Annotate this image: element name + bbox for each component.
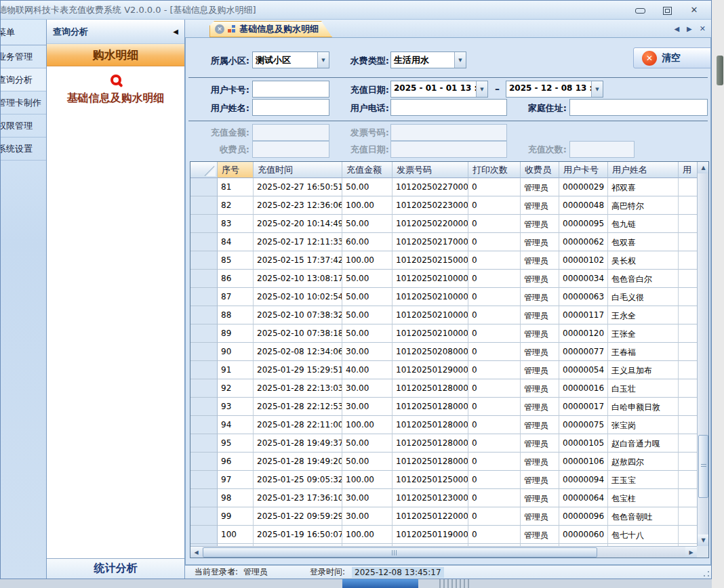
- row-selector[interactable]: [190, 434, 218, 453]
- table-row[interactable]: 842025-02-17 12:11:3360.0010120250217000…: [190, 233, 698, 251]
- taskbar-item[interactable]: [342, 579, 418, 588]
- table-cell: 00000034: [559, 270, 608, 288]
- nav-item-basic-info[interactable]: 基础信息及购水明细: [47, 72, 184, 106]
- table-cell: 10120250210000003: [393, 288, 468, 306]
- table-cell: 管理员: [521, 343, 559, 361]
- scroll-right-icon[interactable]: ▶: [685, 547, 697, 558]
- table-row[interactable]: 952025-01-28 19:49:3750.0010120250128000…: [190, 434, 698, 453]
- collapse-left-triangle-icon[interactable]: ◀: [173, 28, 178, 35]
- clear-button[interactable]: ✕ 清空: [633, 47, 711, 68]
- user-name-input[interactable]: [252, 99, 329, 116]
- sidebar-item-card-making[interactable]: 管理卡制作: [1, 91, 46, 114]
- table-row[interactable]: 932025-01-28 22:12:5330.0010120250128000…: [190, 398, 698, 416]
- sidebar-item-query-analysis[interactable]: 查询分析: [1, 68, 46, 91]
- dropdown-arrow-icon[interactable]: ▼: [317, 52, 329, 68]
- table-row[interactable]: 832025-02-20 10:14:4950.0010120250220000…: [190, 215, 698, 233]
- table-row[interactable]: 892025-02-10 07:38:1850.0010120250210000…: [190, 324, 698, 343]
- table-row[interactable]: 862025-02-10 13:08:1750.0010120250210000…: [190, 270, 698, 288]
- table-cell: 管理员: [521, 526, 559, 544]
- row-selector[interactable]: [190, 416, 218, 434]
- row-selector[interactable]: [190, 288, 218, 306]
- row-selector[interactable]: [190, 343, 218, 361]
- tab-list-close-icon[interactable]: ✕: [700, 24, 706, 33]
- table-row[interactable]: 1002025-01-19 16:50:07100.00101202501190…: [190, 526, 698, 544]
- row-selector[interactable]: [190, 361, 218, 379]
- row-selector[interactable]: [190, 379, 218, 398]
- row-selector[interactable]: [190, 196, 218, 215]
- sidebar-item-business[interactable]: 业务管理: [1, 45, 46, 68]
- row-selector[interactable]: [190, 507, 218, 526]
- column-header[interactable]: 序号: [218, 162, 254, 178]
- table-cell: 管理员: [521, 270, 559, 288]
- water-type-select[interactable]: 生活用水 ▼: [390, 51, 466, 68]
- table-row[interactable]: 962025-01-28 19:49:2050.0010120250128000…: [190, 453, 698, 471]
- column-header[interactable]: 充值金额: [342, 162, 393, 178]
- row-selector[interactable]: [190, 471, 218, 489]
- horizontal-scroll-thumb[interactable]: [203, 547, 597, 558]
- table-cell: 10120250129000001: [393, 361, 468, 379]
- row-selector[interactable]: [190, 526, 218, 544]
- column-header[interactable]: 收费员: [521, 162, 559, 178]
- table-row[interactable]: 872025-02-10 10:02:5450.0010120250210000…: [190, 288, 698, 306]
- row-selector[interactable]: [190, 233, 218, 251]
- table-row[interactable]: 912025-01-29 15:29:5140.0010120250129000…: [190, 361, 698, 379]
- sidebar-item-menu[interactable]: 菜单: [1, 20, 46, 45]
- table-row[interactable]: 812025-02-27 16:50:5150.0010120250227000…: [190, 178, 698, 196]
- row-selector[interactable]: [190, 215, 218, 233]
- column-header[interactable]: 用: [679, 162, 698, 178]
- dropdown-arrow-icon[interactable]: ▼: [591, 81, 603, 97]
- scroll-left-icon[interactable]: ◀: [190, 547, 202, 558]
- nav-group-statistics[interactable]: 统计分析: [47, 558, 184, 579]
- column-header[interactable]: 发票号码: [393, 162, 468, 178]
- sidebar-item-permissions[interactable]: 权限管理: [1, 114, 46, 138]
- scroll-up-icon[interactable]: ▲: [698, 162, 709, 173]
- community-select[interactable]: 测试小区 ▼: [252, 51, 329, 68]
- row-selector[interactable]: [190, 306, 218, 324]
- phone-input[interactable]: [390, 99, 507, 116]
- address-input[interactable]: [569, 99, 708, 116]
- minimize-icon[interactable]: [635, 6, 645, 14]
- nav-group-purchase-detail[interactable]: 购水明细: [47, 44, 184, 66]
- tab-scroll-right-icon[interactable]: ▶: [687, 25, 692, 33]
- column-header[interactable]: 用户卡号: [559, 162, 608, 178]
- table-row[interactable]: 982025-01-23 17:36:1030.0010120250123000…: [190, 489, 698, 507]
- table-row[interactable]: 922025-01-28 22:13:0330.0010120250128000…: [190, 379, 698, 398]
- column-header[interactable]: 打印次数: [468, 162, 521, 178]
- sidebar-item-system-settings[interactable]: 系统设置: [1, 138, 46, 161]
- table-row[interactable]: 902025-02-08 12:34:0630.0010120250208000…: [190, 343, 698, 361]
- tab-close-circle-icon[interactable]: ✕: [215, 24, 224, 34]
- row-selector[interactable]: [190, 489, 218, 507]
- row-selector[interactable]: [190, 453, 218, 471]
- date-to-picker[interactable]: 2025 - 12 - 08 13 : ▼: [506, 81, 603, 98]
- restore-icon[interactable]: [662, 6, 672, 14]
- dropdown-arrow-icon[interactable]: ▼: [454, 52, 466, 68]
- row-selector[interactable]: [190, 270, 218, 288]
- card-no-input[interactable]: [252, 81, 329, 98]
- date-from-picker[interactable]: 2025 - 01 - 01 13 : ▼: [390, 81, 488, 98]
- scroll-down-icon[interactable]: ▼: [698, 534, 709, 546]
- vertical-scrollbar[interactable]: ▲ ▼: [697, 162, 708, 546]
- close-icon[interactable]: ✕: [689, 6, 699, 14]
- table-row[interactable]: 852025-02-15 17:37:42100.001012025021500…: [190, 251, 698, 270]
- row-selector[interactable]: [190, 251, 218, 270]
- table-row[interactable]: 822025-02-23 12:36:06100.001012025022300…: [190, 196, 698, 215]
- table-row[interactable]: 882025-02-10 07:38:3250.0010120250210000…: [190, 306, 698, 324]
- row-selector[interactable]: [190, 178, 218, 196]
- table-row[interactable]: 972025-01-25 09:05:32100.001012025012500…: [190, 471, 698, 489]
- horizontal-scrollbar[interactable]: ◀ ▶: [190, 546, 697, 558]
- select-all-corner[interactable]: [190, 162, 218, 178]
- column-header[interactable]: 充值时间: [254, 162, 342, 178]
- vertical-scroll-thumb[interactable]: [698, 435, 708, 498]
- row-selector[interactable]: [190, 324, 218, 343]
- dropdown-arrow-icon[interactable]: ▼: [476, 81, 487, 97]
- table-row[interactable]: 992025-01-22 09:59:2930.0010120250122000…: [190, 507, 698, 526]
- table-row[interactable]: 942025-01-28 22:11:00100.001012025012800…: [190, 416, 698, 434]
- resize-grip[interactable]: [703, 570, 710, 577]
- table-cell: 50.00: [342, 324, 393, 343]
- nav-item-label[interactable]: 基础信息及购水明细: [47, 91, 184, 106]
- row-selector[interactable]: [190, 398, 218, 416]
- column-header[interactable]: 用户姓名: [608, 162, 679, 178]
- table-cell: 94: [218, 416, 254, 434]
- tab-basic-info[interactable]: ✕ 基础信息及购水明细: [209, 21, 332, 37]
- tab-scroll-left-icon[interactable]: ◀: [674, 25, 679, 33]
